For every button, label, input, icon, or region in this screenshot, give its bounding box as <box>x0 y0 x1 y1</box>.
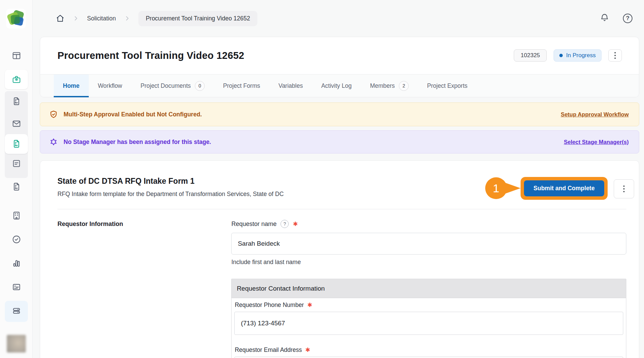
form-card-icon[interactable] <box>0 282 33 292</box>
bell-icon[interactable] <box>600 13 609 24</box>
chevron-right-icon <box>73 15 79 21</box>
required-asterisk: ✱ <box>305 346 310 354</box>
form-header-divider <box>57 209 626 209</box>
help-icon[interactable]: ? <box>623 14 632 23</box>
tab-home[interactable]: Home <box>54 75 89 97</box>
stage-manager-banner: No Stage Manager has been assigned for t… <box>40 130 639 153</box>
bar-chart-icon[interactable] <box>0 259 33 268</box>
avatar[interactable] <box>7 335 26 353</box>
requestor-email-input[interactable] <box>234 357 623 358</box>
breadcrumb: Solicitation Procurement Tool Training V… <box>56 11 257 26</box>
requestor-email-label: Requestor Email Address <box>235 346 302 354</box>
envelope-icon[interactable] <box>0 119 33 128</box>
setup-approval-workflow-link[interactable]: Setup Approval Workflow <box>561 111 629 118</box>
document-report-icon[interactable] <box>0 182 33 191</box>
notes-icon[interactable] <box>0 159 33 168</box>
requestor-name-input[interactable] <box>231 233 626 255</box>
approval-warning-message: Multi-Step Approval Enabled but Not Conf… <box>64 111 202 118</box>
tab-members[interactable]: Members2 <box>361 75 418 97</box>
chevron-right-icon <box>124 15 130 21</box>
tab-count-badge: 2 <box>399 81 409 91</box>
requestor-name-label: Requestor name <box>231 221 276 228</box>
sidebar <box>0 0 33 358</box>
requestor-phone-label: Requestor Phone Number <box>235 302 304 309</box>
kebab-menu-icon <box>623 185 625 192</box>
requestor-name-helper-text: Include first and last name <box>231 259 626 266</box>
status-dot <box>559 54 563 57</box>
intake-form-card: State of DC DTSA RFQ Intake Form 1 RFQ I… <box>40 160 639 358</box>
submit-and-complete-button[interactable]: Submit and Complete <box>524 180 604 196</box>
shield-check-icon <box>49 110 58 119</box>
topbar: Solicitation Procurement Tool Training V… <box>33 0 644 37</box>
required-asterisk: ✱ <box>293 221 298 228</box>
opengov-logo[interactable] <box>6 9 26 29</box>
check-circle-icon[interactable] <box>0 235 33 244</box>
tab-count-badge: 0 <box>195 81 205 91</box>
project-id-badge: 102325 <box>514 49 547 62</box>
annotation-step-marker: 1 <box>485 177 507 199</box>
select-stage-manager-link[interactable]: Select Stage Manager(s) <box>564 139 629 145</box>
server-stack-icon[interactable] <box>0 306 33 315</box>
app-window: Solicitation Procurement Tool Training V… <box>0 0 644 358</box>
requestor-contact-fieldset: Requestor Contact Information Requestor … <box>231 279 626 358</box>
requestor-contact-header: Requestor Contact Information <box>232 279 626 298</box>
requestor-phone-input[interactable] <box>234 312 623 335</box>
tab-project-forms[interactable]: Project Forms <box>214 75 269 97</box>
home-icon[interactable] <box>56 14 65 23</box>
requestor-information-section-label: Requestor Information <box>57 220 231 228</box>
kebab-menu-icon <box>614 52 616 59</box>
breadcrumb-current-page[interactable]: Procurement Tool Training Video 12652 <box>138 11 258 26</box>
tab-workflow[interactable]: Workflow <box>89 75 132 97</box>
project-tabs: Home Workflow Project Documents0 Project… <box>40 74 639 97</box>
question-circle-icon[interactable]: ? <box>281 220 289 228</box>
project-header-card: Procurement Tool Training Video 12652 10… <box>40 37 639 97</box>
dashboard-layout-icon[interactable] <box>0 51 33 60</box>
tab-variables[interactable]: Variables <box>269 75 312 97</box>
briefcase-icon[interactable] <box>0 75 33 84</box>
submit-highlight-ring: Submit and Complete <box>521 177 608 200</box>
intake-form-icon-active[interactable] <box>0 139 33 148</box>
tab-project-exports[interactable]: Project Exports <box>418 75 477 97</box>
project-kebab-menu-button[interactable] <box>608 49 622 62</box>
required-asterisk: ✱ <box>307 302 312 309</box>
tab-activity-log[interactable]: Activity Log <box>312 75 361 97</box>
approval-warning-banner: Multi-Step Approval Enabled but Not Conf… <box>40 102 639 126</box>
form-kebab-menu-button[interactable] <box>614 179 634 198</box>
page-title: Procurement Tool Training Video 12652 <box>57 50 244 61</box>
status-badge[interactable]: In Progress <box>554 49 601 62</box>
breadcrumb-solicitation[interactable]: Solicitation <box>87 15 116 22</box>
stage-star-icon <box>49 137 58 147</box>
contract-document-icon[interactable] <box>0 97 33 106</box>
status-label: In Progress <box>566 52 596 59</box>
building-icon[interactable] <box>0 211 33 220</box>
stage-manager-message: No Stage Manager has been assigned for t… <box>64 139 211 146</box>
tab-project-documents[interactable]: Project Documents0 <box>131 75 214 97</box>
main-area: Solicitation Procurement Tool Training V… <box>33 0 644 358</box>
